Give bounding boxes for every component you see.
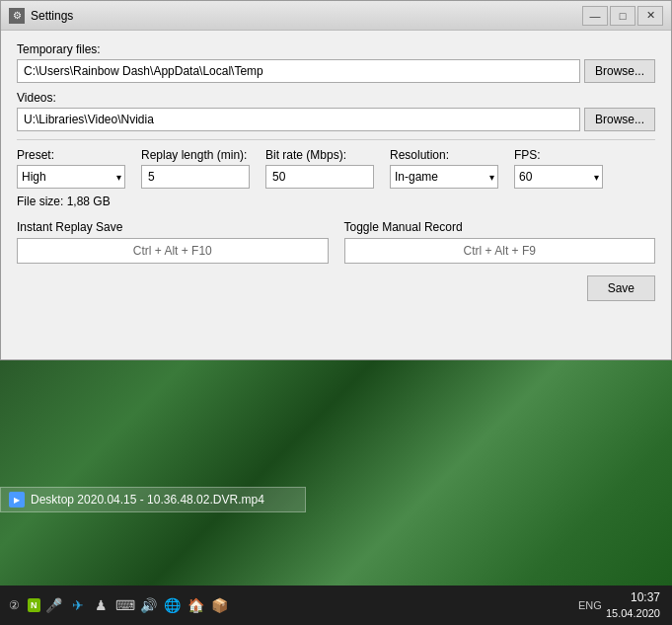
window-content: Temporary files: Browse... Videos: Brows… — [1, 31, 671, 313]
title-bar: ⚙ Settings — □ ✕ — [1, 1, 671, 31]
tray-icon-mic[interactable]: 🎤 — [44, 595, 64, 615]
tray-lang[interactable]: ENG — [582, 597, 598, 613]
browse-videos-button[interactable]: Browse... — [584, 108, 655, 131]
videos-label: Videos: — [17, 91, 655, 105]
fps-select[interactable]: 60 30 — [514, 165, 603, 189]
tray-icon-telegram[interactable]: ✈ — [68, 595, 88, 615]
file-name: Desktop 2020.04.15 - 10.36.48.02.DVR.mp4 — [31, 493, 264, 507]
settings-title-icon: ⚙ — [9, 8, 25, 24]
tray-icon-home[interactable]: 🏠 — [187, 595, 206, 615]
replay-length-label: Replay length (min): — [141, 148, 250, 162]
clock-area: 10:37 15.04.2020 — [606, 589, 660, 621]
instant-replay-group: Instant Replay Save — [17, 220, 329, 264]
temp-files-row: Temporary files: Browse... — [17, 42, 655, 83]
tray-icon-network[interactable]: 🌐 — [163, 595, 183, 615]
preset-label: Preset: — [17, 148, 125, 162]
hotkeys-section: Instant Replay Save Toggle Manual Record — [17, 220, 655, 264]
resolution-select-wrapper: In-game 1080p 720p — [390, 165, 498, 189]
taskbar: ② N 🎤 ✈ ♟ ⌨ 🔊 🌐 🏠 📦 ENG 10:37 15.04.2020 — [0, 586, 672, 625]
bitrate-group: Bit rate (Mbps): — [265, 148, 374, 189]
preset-select-wrapper: High Medium Low — [17, 165, 125, 189]
tray-icon-steam[interactable]: ♟ — [92, 595, 112, 615]
fps-group: FPS: 60 30 — [514, 148, 603, 189]
resolution-label: Resolution: — [390, 148, 498, 162]
preset-select[interactable]: High Medium Low — [17, 165, 125, 189]
clock-date: 15.04.2020 — [606, 606, 660, 621]
instant-replay-hotkey-input[interactable] — [17, 238, 329, 264]
toggle-manual-hotkey-input[interactable] — [344, 238, 656, 264]
divider-1 — [17, 139, 655, 140]
maximize-button[interactable]: □ — [610, 6, 635, 26]
replay-length-input[interactable] — [141, 165, 250, 189]
tray-icon-keyboard[interactable]: ⌨ — [115, 595, 135, 615]
bitrate-label: Bit rate (Mbps): — [265, 148, 374, 162]
taskbar-right: ENG 10:37 15.04.2020 — [574, 589, 668, 621]
replay-length-group: Replay length (min): — [141, 148, 250, 189]
save-button[interactable]: Save — [587, 275, 655, 301]
presets-row: Preset: High Medium Low Replay length (m… — [17, 148, 655, 189]
resolution-group: Resolution: In-game 1080p 720p — [390, 148, 498, 189]
videos-input[interactable] — [17, 108, 580, 131]
browse-temp-button[interactable]: Browse... — [584, 59, 655, 83]
clock-time: 10:37 — [631, 589, 660, 606]
bitrate-input[interactable] — [265, 165, 374, 189]
tray-icon-nvidia[interactable]: N — [28, 598, 40, 612]
filesize-text: File size: 1,88 GB — [17, 195, 655, 208]
tray-icon-dropbox[interactable]: 📦 — [210, 595, 230, 615]
preset-group: Preset: High Medium Low — [17, 148, 125, 189]
window-controls: — □ ✕ — [582, 6, 663, 26]
taskbar-left: ② N 🎤 ✈ ♟ ⌨ 🔊 🌐 🏠 📦 — [4, 595, 574, 615]
resolution-select[interactable]: In-game 1080p 720p — [390, 165, 498, 189]
window-title: Settings — [31, 9, 582, 23]
tray-icon-notification[interactable]: ② — [4, 595, 24, 615]
toggle-manual-group: Toggle Manual Record — [344, 220, 656, 264]
instant-replay-label: Instant Replay Save — [17, 220, 329, 234]
temp-files-input[interactable] — [17, 59, 580, 83]
desktop-file-item[interactable]: ▶ Desktop 2020.04.15 - 10.36.48.02.DVR.m… — [0, 487, 306, 512]
settings-window: ⚙ Settings — □ ✕ Temporary files: Browse… — [0, 0, 672, 360]
close-button[interactable]: ✕ — [637, 6, 663, 26]
temp-files-label: Temporary files: — [17, 42, 655, 56]
fps-label: FPS: — [514, 148, 603, 162]
videos-row: Videos: Browse... — [17, 91, 655, 131]
temp-files-input-row: Browse... — [17, 59, 655, 83]
fps-select-wrapper: 60 30 — [514, 165, 603, 189]
minimize-button[interactable]: — — [582, 6, 608, 26]
file-icon: ▶ — [9, 492, 25, 508]
toggle-manual-label: Toggle Manual Record — [344, 220, 656, 234]
tray-icon-audio[interactable]: 🔊 — [139, 595, 159, 615]
save-row: Save — [17, 275, 655, 301]
videos-input-row: Browse... — [17, 108, 655, 131]
